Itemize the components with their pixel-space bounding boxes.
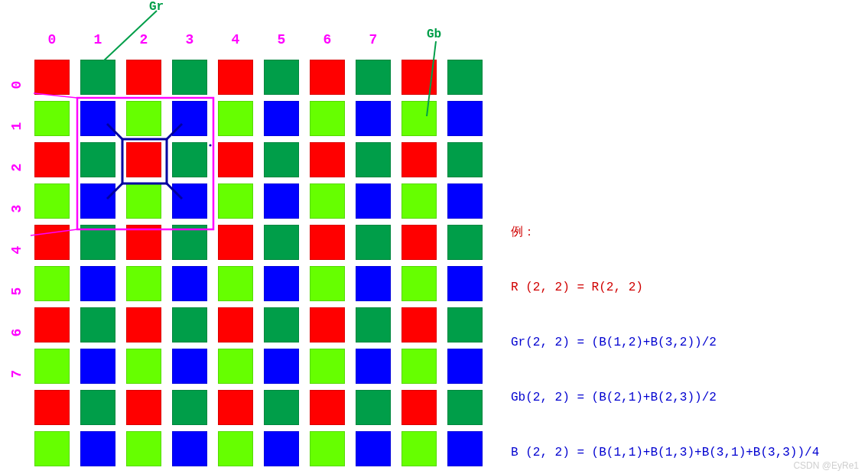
cell-Gb: [34, 349, 70, 384]
col-label: 4: [218, 32, 253, 47]
cell-Gb: [310, 101, 345, 136]
cell-B: [172, 101, 207, 136]
cell-R: [310, 390, 345, 425]
cell-R: [401, 225, 437, 260]
col-label: 6: [310, 32, 345, 47]
cell-Gr: [447, 60, 483, 95]
cell-R: [401, 60, 437, 95]
cell-R: [310, 307, 345, 343]
cell-Gr: [356, 390, 391, 425]
cell-B: [80, 431, 115, 466]
cell-Gb: [218, 431, 253, 466]
gr-annotation: Gr: [149, 0, 164, 14]
row-label: 6: [0, 323, 34, 342]
cell-Gr: [172, 142, 207, 177]
cell-R: [218, 142, 253, 177]
cell-Gr: [356, 142, 391, 177]
cell-Gb: [218, 183, 253, 219]
column-axis: 01234567: [34, 32, 493, 52]
cell-B: [172, 431, 207, 466]
cell-Gr: [172, 225, 207, 260]
cell-B: [447, 266, 483, 301]
cell-Gb: [34, 266, 70, 301]
cell-R: [401, 390, 437, 425]
cell-R: [310, 225, 345, 260]
cell-Gr: [80, 307, 115, 343]
cell-Gb: [126, 431, 161, 466]
cell-B: [356, 266, 391, 301]
cell-Gr: [264, 225, 299, 260]
cell-Gb: [401, 431, 437, 466]
cell-Gb: [218, 101, 253, 136]
cell-Gr: [80, 142, 115, 177]
cell-Gr: [80, 225, 115, 260]
cell-R: [34, 307, 70, 343]
cell-Gr: [447, 390, 483, 425]
cell-Gb: [218, 349, 253, 384]
row-axis: 01234567: [8, 60, 28, 474]
cell-Gb: [126, 101, 161, 136]
cell-B: [264, 266, 299, 301]
cell-R: [126, 142, 161, 177]
formula-panel: 例： R (2, 2) = R(2, 2) Gr(2, 2) = (B(1,2)…: [511, 187, 819, 474]
col-label: 0: [34, 32, 70, 47]
cell-Gb: [310, 349, 345, 384]
col-label: 2: [126, 32, 161, 47]
cell-Gb: [310, 183, 345, 219]
formula-gr: Gr(2, 2) = (B(1,2)+B(3,2))/2: [511, 333, 819, 352]
cell-Gr: [356, 60, 391, 95]
cell-Gb: [310, 431, 345, 466]
cell-Gb: [34, 101, 70, 136]
cell-Gb: [126, 266, 161, 301]
cell-Gb: [34, 431, 70, 466]
formula-r: R (2, 2) = R(2, 2): [511, 278, 819, 297]
cell-Gb: [310, 266, 345, 301]
cell-Gb: [401, 101, 437, 136]
cell-Gr: [264, 307, 299, 343]
cell-B: [447, 349, 483, 384]
cell-Gr: [264, 390, 299, 425]
cell-Gb: [34, 183, 70, 219]
cell-Gr: [172, 390, 207, 425]
cell-B: [80, 183, 115, 219]
row-label: 0: [0, 76, 34, 94]
cell-R: [401, 142, 437, 177]
cell-Gr: [447, 307, 483, 343]
cell-R: [34, 142, 70, 177]
cell-Gb: [126, 183, 161, 219]
cell-B: [447, 431, 483, 466]
cell-Gr: [80, 390, 115, 425]
cell-R: [126, 307, 161, 343]
cell-R: [34, 60, 70, 95]
cell-B: [264, 183, 299, 219]
col-label: 3: [172, 32, 207, 47]
cell-B: [356, 431, 391, 466]
cell-Gb: [218, 266, 253, 301]
cell-B: [172, 266, 207, 301]
bayer-grid: [34, 60, 493, 472]
cell-Gr: [356, 307, 391, 343]
cell-Gb: [401, 183, 437, 219]
gb-annotation: Gb: [427, 28, 441, 41]
cell-Gr: [264, 142, 299, 177]
cell-B: [356, 183, 391, 219]
cell-B: [447, 183, 483, 219]
cell-B: [264, 431, 299, 466]
cell-R: [401, 307, 437, 343]
cell-Gr: [356, 225, 391, 260]
cell-Gr: [447, 142, 483, 177]
cell-R: [218, 60, 253, 95]
cell-B: [356, 349, 391, 384]
cell-B: [264, 101, 299, 136]
watermark: CSDN @EyRe1: [793, 460, 859, 471]
cell-B: [356, 101, 391, 136]
cell-Gr: [264, 60, 299, 95]
row-label: 2: [0, 158, 34, 177]
formula-header: 例：: [511, 223, 819, 242]
row-label: 3: [0, 200, 34, 218]
cell-R: [310, 60, 345, 95]
cell-B: [172, 183, 207, 219]
cell-Gb: [401, 349, 437, 384]
cell-B: [172, 349, 207, 384]
row-label: 5: [0, 282, 34, 300]
